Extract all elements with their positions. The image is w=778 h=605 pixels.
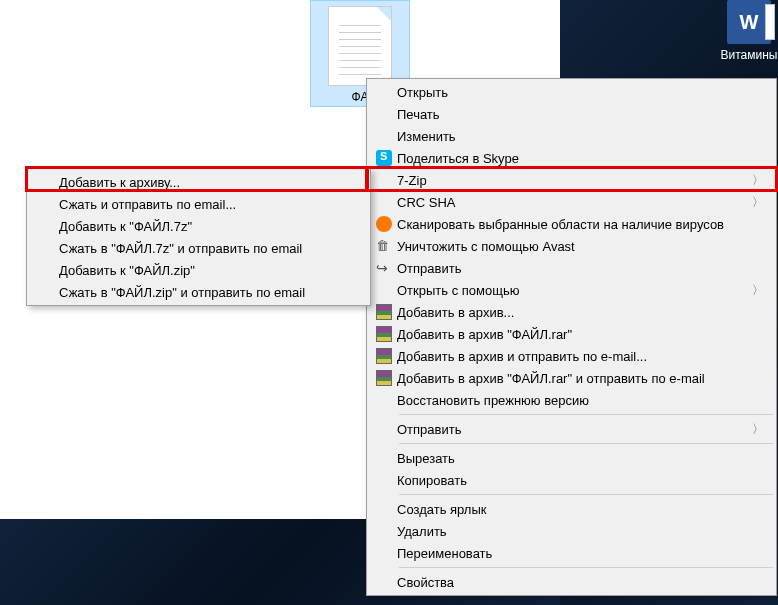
menu-rar-email[interactable]: Добавить в архив и отправить по e-mail..… xyxy=(369,345,774,367)
menu-cut[interactable]: Вырезать xyxy=(369,447,774,469)
menu-send[interactable]: Отправить xyxy=(369,257,774,279)
menu-rename[interactable]: Переименовать xyxy=(369,542,774,564)
menu-avast-delete[interactable]: Уничтожить с помощью Avast xyxy=(369,235,774,257)
menu-rar-add[interactable]: Добавить в архив... xyxy=(369,301,774,323)
menu-delete[interactable]: Удалить xyxy=(369,520,774,542)
submenu-add-zip[interactable]: Добавить к "ФАЙЛ.zip" xyxy=(29,259,368,281)
menu-separator xyxy=(399,494,773,495)
submenu-7zip: Добавить к архиву... Сжать и отправить п… xyxy=(26,168,371,306)
submenu-add-archive[interactable]: Добавить к архиву... xyxy=(29,171,368,193)
share-icon xyxy=(376,260,392,276)
menu-separator xyxy=(399,414,773,415)
avast-icon xyxy=(376,216,392,232)
menu-open-with[interactable]: Открыть с помощью〉 xyxy=(369,279,774,301)
submenu-compress-email[interactable]: Сжать и отправить по email... xyxy=(29,193,368,215)
menu-print[interactable]: Печать xyxy=(369,103,774,125)
chevron-right-icon: 〉 xyxy=(752,172,764,189)
winrar-icon xyxy=(376,370,392,386)
menu-skype[interactable]: Поделиться в Skype xyxy=(369,147,774,169)
trash-icon xyxy=(376,238,392,254)
menu-restore[interactable]: Восстановить прежнюю версию xyxy=(369,389,774,411)
desktop-file-word[interactable]: W Витамины xyxy=(720,0,778,62)
menu-send-to[interactable]: Отправить〉 xyxy=(369,418,774,440)
context-menu: Открыть Печать Изменить Поделиться в Sky… xyxy=(366,78,777,596)
submenu-add-7z[interactable]: Добавить к "ФАЙЛ.7z" xyxy=(29,215,368,237)
menu-edit[interactable]: Изменить xyxy=(369,125,774,147)
word-icon: W xyxy=(727,0,771,44)
chevron-right-icon: 〉 xyxy=(752,282,764,299)
menu-crc[interactable]: CRC SHA〉 xyxy=(369,191,774,213)
menu-separator xyxy=(399,567,773,568)
submenu-compress-7z-email[interactable]: Сжать в "ФАЙЛ.7z" и отправить по email xyxy=(29,237,368,259)
menu-properties[interactable]: Свойства xyxy=(369,571,774,593)
skype-icon xyxy=(376,150,392,166)
menu-7zip[interactable]: 7-Zip〉 xyxy=(369,169,774,191)
winrar-icon xyxy=(376,326,392,342)
menu-copy[interactable]: Копировать xyxy=(369,469,774,491)
winrar-icon xyxy=(376,304,392,320)
chevron-right-icon: 〉 xyxy=(752,194,764,211)
menu-separator xyxy=(399,443,773,444)
submenu-compress-zip-email[interactable]: Сжать в "ФАЙЛ.zip" и отправить по email xyxy=(29,281,368,303)
menu-shortcut[interactable]: Создать ярлык xyxy=(369,498,774,520)
menu-rar-add-named[interactable]: Добавить в архив "ФАЙЛ.rar" xyxy=(369,323,774,345)
menu-open[interactable]: Открыть xyxy=(369,81,774,103)
menu-scan[interactable]: Сканировать выбранные области на наличие… xyxy=(369,213,774,235)
winrar-icon xyxy=(376,348,392,364)
text-file-icon xyxy=(328,6,392,86)
chevron-right-icon: 〉 xyxy=(752,421,764,438)
file-label: Витамины xyxy=(720,48,778,62)
menu-rar-email-named[interactable]: Добавить в архив "ФАЙЛ.rar" и отправить … xyxy=(369,367,774,389)
